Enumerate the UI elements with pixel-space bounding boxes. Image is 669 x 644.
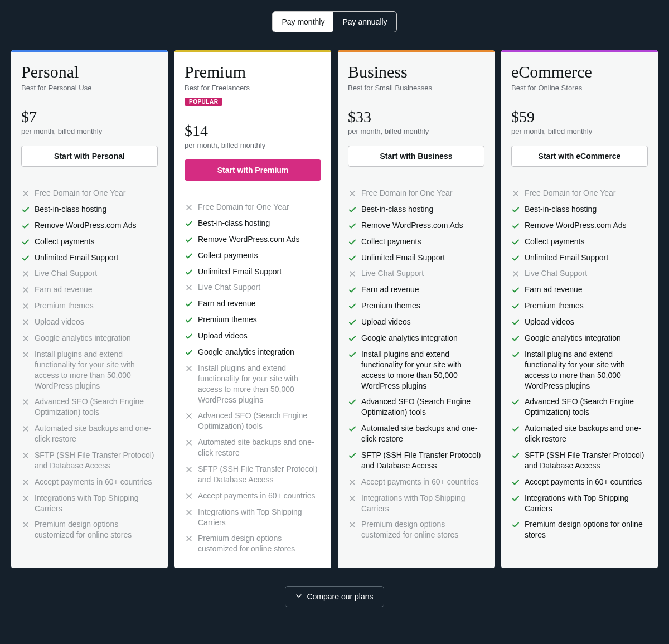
- feature-row: Free Domain for One Year: [511, 185, 648, 201]
- feature-row: Accept payments in 60+ countries: [348, 474, 484, 490]
- feature-row: Live Chat Support: [511, 265, 648, 282]
- check-icon: [348, 318, 357, 327]
- x-icon: [348, 494, 357, 503]
- feature-label: Automated site backups and one-click res…: [525, 423, 648, 444]
- check-icon: [511, 451, 520, 460]
- feature-label: Google analytics integration: [198, 347, 294, 357]
- plan-price-block: $14per month, billed monthlyStart with P…: [174, 114, 331, 191]
- feature-label: Collect payments: [361, 236, 421, 247]
- feature-label: Google analytics integration: [35, 333, 131, 343]
- x-icon: [348, 520, 357, 529]
- feature-row: SFTP (SSH File Transfer Protocol) and Da…: [21, 447, 158, 474]
- feature-row: Google analytics integration: [21, 330, 158, 346]
- feature-row: Advanced SEO (Search Engine Optimization…: [511, 394, 648, 420]
- check-icon: [348, 334, 357, 343]
- check-icon: [185, 316, 193, 325]
- feature-row: Live Chat Support: [185, 279, 321, 296]
- feature-label: Remove WordPress.com Ads: [361, 220, 463, 231]
- check-icon: [511, 478, 520, 487]
- feature-list: Free Domain for One YearBest-in-class ho…: [501, 177, 658, 568]
- check-icon: [21, 221, 30, 230]
- check-icon: [348, 254, 357, 263]
- check-icon: [21, 238, 30, 246]
- feature-label: Remove WordPress.com Ads: [525, 220, 627, 231]
- chevron-down-icon: [295, 592, 302, 601]
- check-icon: [511, 424, 520, 433]
- start-personal-button[interactable]: Start with Personal: [21, 146, 158, 167]
- plan-tagline: Best for Small Businesses: [348, 84, 484, 92]
- feature-row: Accept payments in 60+ countries: [185, 488, 321, 504]
- feature-label: Earn ad revenue: [35, 284, 93, 295]
- compare-plans-button[interactable]: Compare our plans: [285, 586, 384, 607]
- feature-label: Accept payments in 60+ countries: [198, 491, 316, 501]
- check-icon: [511, 350, 520, 359]
- check-icon: [185, 348, 193, 357]
- feature-row: Earn ad revenue: [185, 296, 321, 312]
- feature-row: Free Domain for One Year: [348, 185, 484, 201]
- feature-row: Earn ad revenue: [511, 282, 648, 298]
- plan-name: Personal: [21, 62, 158, 81]
- x-icon: [185, 283, 193, 292]
- check-icon: [348, 451, 357, 460]
- plan-tagline: Best for Freelancers: [185, 84, 321, 92]
- check-icon: [185, 332, 193, 341]
- feature-row: Integrations with Top Shipping Carriers: [511, 490, 648, 517]
- feature-row: Advanced SEO (Search Engine Optimization…: [21, 394, 158, 420]
- check-icon: [511, 205, 520, 214]
- feature-row: Premium design options customized for on…: [21, 516, 158, 543]
- feature-row: Remove WordPress.com Ads: [511, 217, 648, 234]
- feature-label: Earn ad revenue: [198, 298, 256, 309]
- feature-label: Best-in-class hosting: [198, 218, 270, 229]
- feature-label: Google analytics integration: [525, 333, 621, 343]
- feature-label: Remove WordPress.com Ads: [35, 220, 137, 231]
- x-icon: [348, 269, 357, 278]
- feature-label: Premium design options customized for on…: [35, 519, 158, 540]
- plan-billing: per month, billed monthly: [348, 127, 484, 135]
- start-premium-button[interactable]: Start with Premium: [185, 159, 321, 181]
- check-icon: [511, 334, 520, 343]
- feature-row: Upload videos: [185, 328, 321, 344]
- feature-row: Automated site backups and one-click res…: [348, 420, 484, 447]
- feature-label: Upload videos: [525, 317, 574, 327]
- feature-row: Automated site backups and one-click res…: [21, 420, 158, 447]
- pay-annually-button[interactable]: Pay annually: [333, 12, 396, 32]
- check-icon: [348, 398, 357, 406]
- feature-label: Accept payments in 60+ countries: [35, 477, 152, 487]
- feature-label: Best-in-class hosting: [525, 204, 597, 215]
- feature-row: Upload videos: [348, 314, 484, 330]
- x-icon: [185, 203, 193, 212]
- check-icon: [348, 302, 357, 311]
- plan-card-personal: PersonalBest for Personal Use$7per month…: [11, 50, 168, 568]
- feature-row: Install plugins and extend functionality…: [185, 360, 321, 408]
- feature-row: Unlimited Email Support: [185, 264, 321, 280]
- feature-label: Automated site backups and one-click res…: [35, 423, 158, 444]
- check-icon: [21, 205, 30, 214]
- pricing-grid: PersonalBest for Personal Use$7per month…: [11, 50, 658, 568]
- check-icon: [185, 235, 193, 244]
- x-icon: [21, 189, 30, 198]
- feature-row: Collect payments: [185, 248, 321, 264]
- x-icon: [21, 334, 30, 343]
- feature-label: Automated site backups and one-click res…: [198, 437, 321, 458]
- check-icon: [348, 424, 357, 433]
- pay-monthly-button[interactable]: Pay monthly: [273, 12, 333, 32]
- feature-row: Live Chat Support: [348, 265, 484, 282]
- feature-row: Earn ad revenue: [348, 282, 484, 298]
- feature-row: Free Domain for One Year: [21, 185, 158, 201]
- feature-label: SFTP (SSH File Transfer Protocol) and Da…: [35, 450, 158, 471]
- start-ecommerce-button[interactable]: Start with eCommerce: [511, 146, 648, 167]
- feature-label: Google analytics integration: [361, 333, 458, 343]
- check-icon: [511, 302, 520, 311]
- feature-row: Unlimited Email Support: [348, 250, 484, 266]
- feature-list: Free Domain for One YearBest-in-class ho…: [174, 191, 331, 568]
- x-icon: [185, 438, 193, 447]
- feature-row: Remove WordPress.com Ads: [348, 217, 484, 234]
- plan-card-premium: PremiumBest for FreelancersPOPULAR$14per…: [174, 50, 331, 568]
- feature-label: Live Chat Support: [198, 282, 260, 293]
- check-icon: [511, 494, 520, 503]
- feature-label: Integrations with Top Shipping Carriers: [35, 493, 158, 514]
- feature-label: Free Domain for One Year: [361, 188, 452, 198]
- plan-billing: per month, billed monthly: [511, 127, 648, 135]
- check-icon: [348, 350, 357, 359]
- start-business-button[interactable]: Start with Business: [348, 146, 484, 167]
